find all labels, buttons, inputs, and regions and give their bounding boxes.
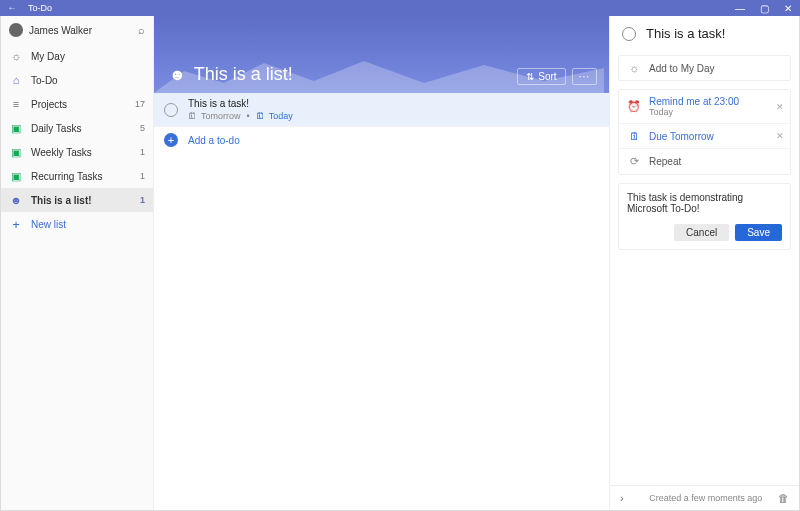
back-button[interactable]: ←: [0, 3, 24, 13]
sort-button[interactable]: ⇅ Sort: [517, 68, 565, 85]
nav-my-day[interactable]: ☼ My Day: [1, 44, 153, 68]
task-added: Today: [269, 111, 293, 121]
due-date[interactable]: 🗓 Due Tomorrow ✕: [619, 123, 790, 148]
task-title: This is a task!: [188, 98, 599, 109]
nav-label: To-Do: [31, 75, 145, 86]
nav-weekly-tasks[interactable]: ▣ Weekly Tasks 1: [1, 140, 153, 164]
nav-count: 1: [140, 195, 145, 205]
add-to-my-day[interactable]: ☼ Add to My Day: [619, 56, 790, 80]
calendar-icon: 🗓: [188, 111, 197, 121]
nav-label: Recurring Tasks: [31, 171, 140, 182]
cancel-button[interactable]: Cancel: [674, 224, 729, 241]
nav-this-is-a-list[interactable]: ☻ This is a list! 1: [1, 188, 153, 212]
nav-label: My Day: [31, 51, 145, 62]
repeat[interactable]: ⟳ Repeat: [619, 148, 790, 174]
checkbox-icon: ▣: [9, 169, 23, 183]
nav-count: 5: [140, 123, 145, 133]
close-button[interactable]: ✕: [776, 3, 800, 14]
list-title-text: This is a list!: [194, 64, 293, 85]
list-hero: ☻ This is a list! ⇅ Sort ···: [154, 16, 609, 93]
app-title: To-Do: [24, 3, 52, 13]
minimize-button[interactable]: —: [728, 3, 752, 14]
add-label: Add a to-do: [188, 135, 240, 146]
sort-icon: ⇅: [526, 71, 534, 82]
nav-count: 17: [135, 99, 145, 109]
repeat-icon: ⟳: [627, 155, 641, 168]
main-pane: ☻ This is a list! ⇅ Sort ··· This is a t…: [154, 16, 609, 510]
sidebar: James Walker ⌕ ☼ My Day ⌂ To-Do ≡ Projec…: [1, 16, 154, 510]
calendar-icon: 🗓: [627, 130, 641, 142]
nav-to-do[interactable]: ⌂ To-Do: [1, 68, 153, 92]
alarm-icon: ⏰: [627, 100, 641, 113]
plus-icon: +: [9, 217, 23, 231]
more-button[interactable]: ···: [572, 68, 597, 85]
remind-me[interactable]: ⏰ Remind me at 23:00 Today ✕: [619, 90, 790, 123]
repeat-label: Repeat: [649, 156, 681, 167]
nav-new-list[interactable]: + New list: [1, 212, 153, 236]
smiley-icon: ☻: [9, 193, 23, 207]
task-row[interactable]: This is a task! 🗓 Tomorrow • 🗓 Today: [154, 93, 609, 127]
nav-label: Projects: [31, 99, 135, 110]
task-due: Tomorrow: [201, 111, 241, 121]
plus-icon: +: [164, 133, 178, 147]
remind-label: Remind me at 23:00: [649, 96, 739, 107]
nav-label: Weekly Tasks: [31, 147, 140, 158]
delete-icon[interactable]: 🗑: [778, 492, 789, 504]
clear-reminder-icon[interactable]: ✕: [776, 102, 784, 112]
nav-count: 1: [140, 147, 145, 157]
title-bar: ← To-Do — ▢ ✕: [0, 0, 800, 16]
add-to-my-day-label: Add to My Day: [649, 63, 715, 74]
list-icon: ≡: [9, 97, 23, 111]
checkbox-icon: ▣: [9, 121, 23, 135]
maximize-button[interactable]: ▢: [752, 3, 776, 14]
add-todo-input[interactable]: + Add a to-do: [154, 127, 609, 153]
collapse-details-icon[interactable]: ›: [620, 492, 624, 504]
sun-icon: ☼: [9, 49, 23, 63]
search-icon[interactable]: ⌕: [138, 24, 145, 36]
nav-daily-tasks[interactable]: ▣ Daily Tasks 5: [1, 116, 153, 140]
sun-icon: ☼: [627, 62, 641, 74]
nav-recurring-tasks[interactable]: ▣ Recurring Tasks 1: [1, 164, 153, 188]
details-pane: This is a task! ☼ Add to My Day ⏰ Remind…: [609, 16, 799, 510]
nav-projects[interactable]: ≡ Projects 17: [1, 92, 153, 116]
note-text[interactable]: This task is demonstrating Microsoft To-…: [627, 192, 782, 214]
nav-label: This is a list!: [31, 195, 140, 206]
task-list: This is a task! 🗓 Tomorrow • 🗓 Today + A…: [154, 93, 609, 510]
due-label: Due Tomorrow: [649, 131, 714, 142]
smiley-icon: ☻: [169, 66, 186, 84]
remind-sub: Today: [649, 107, 739, 117]
user-row[interactable]: James Walker ⌕: [1, 16, 153, 44]
avatar: [9, 23, 23, 37]
nav-label: Daily Tasks: [31, 123, 140, 134]
list-title[interactable]: ☻ This is a list!: [169, 64, 293, 85]
nav-label: New list: [31, 219, 145, 230]
checkbox-icon: ▣: [9, 145, 23, 159]
note-block: This task is demonstrating Microsoft To-…: [618, 183, 791, 250]
nav-count: 1: [140, 171, 145, 181]
home-icon: ⌂: [9, 73, 23, 87]
clear-due-icon[interactable]: ✕: [776, 131, 784, 141]
task-checkbox[interactable]: [622, 27, 636, 41]
sort-label: Sort: [538, 71, 556, 82]
details-title[interactable]: This is a task!: [646, 26, 725, 41]
details-footer: › Created a few moments ago 🗑: [610, 485, 799, 510]
created-timestamp: Created a few moments ago: [634, 493, 778, 503]
task-meta: 🗓 Tomorrow • 🗓 Today: [188, 111, 599, 121]
task-checkbox[interactable]: [164, 103, 178, 117]
save-button[interactable]: Save: [735, 224, 782, 241]
calendar-icon: 🗓: [256, 111, 265, 121]
details-header: This is a task!: [610, 16, 799, 51]
user-name: James Walker: [29, 25, 138, 36]
